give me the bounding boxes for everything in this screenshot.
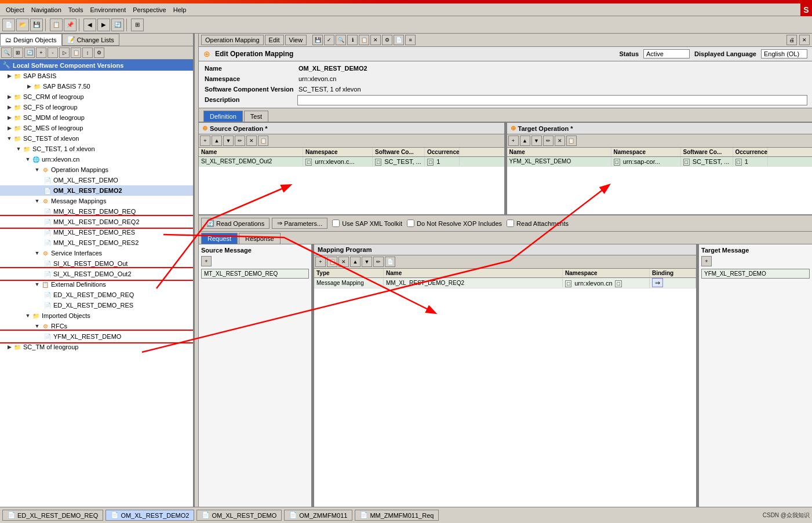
left-toolbar-search[interactable]: 🔍 [1,47,12,58]
expand-sap-basis[interactable]: ▶ [6,72,13,79]
tree-sc-fs[interactable]: ▶ 📁 SC_FS of leogroup [0,102,193,112]
toolbar-new[interactable]: 📄 [2,19,15,31]
right-tb-info[interactable]: ℹ [347,35,358,45]
right-tb-doc[interactable]: 📄 [394,35,404,45]
tree-sc-tm[interactable]: ▶ 📁 SC_TM of leogroup [0,342,193,352]
target-op-add[interactable]: + [508,136,519,146]
source-msg-entry[interactable]: MT_XL_REST_DEMO_REQ [201,269,309,279]
expand-sc-crm[interactable]: ▶ [6,93,13,100]
status-tab-om-zmm[interactable]: 📄 OM_ZMMFM011 [284,510,352,521]
read-ops-button[interactable]: 🔄 Read Operations [201,218,270,229]
status-tab-ed-req[interactable]: 📄 ED_XL_REST_DEMO_REQ [2,510,103,521]
expand-sc-test-1[interactable]: ▼ [15,145,22,152]
checkbox-read-att[interactable]: Read Attachments [507,220,569,227]
menu-environment[interactable]: Environment [86,5,129,14]
target-op-copy[interactable]: 📋 [566,136,577,146]
left-toolbar-refresh[interactable]: 🔄 [24,47,35,58]
cb-read-att-input[interactable] [507,220,514,227]
mp-tb6[interactable]: ✏ [373,257,384,267]
right-tb-activate[interactable]: ✓ [324,35,334,45]
tree-imported[interactable]: ▼ 📁 Imported Objects [0,310,193,321]
left-toolbar-copy[interactable]: 📋 [71,47,81,58]
expand-msg-mappings[interactable]: ▼ [34,198,41,204]
toolbar-copy[interactable]: 📋 [50,19,63,31]
mp-tb2[interactable]: 📋 [327,257,337,267]
tree-urn-xlevon[interactable]: ▼ 🌐 urn:xlevon.cn [0,154,193,164]
checkbox-sap-xml[interactable]: Use SAP XML Toolkit [332,220,402,227]
right-menu-op-mapping[interactable]: Operation Mapping [201,35,264,45]
right-tb-close[interactable]: ✕ [799,35,810,45]
tree-ext-defs[interactable]: ▼ 📋 External Definitions [0,279,193,290]
source-op-down[interactable]: ▼ [223,136,234,146]
expand-sc-mes[interactable]: ▶ [6,125,13,131]
menu-perspective[interactable]: Perspective [129,5,169,14]
mp-tb1[interactable]: + [315,257,326,267]
tree-om-demo2[interactable]: 📄 OM_XL_REST_DEMO2 [0,185,193,196]
tgt-row-1[interactable]: YFM_XL_REST_DEMO □ urn:sap-cor... □ SC_T… [507,157,813,167]
tree-mm-req[interactable]: 📄 MM_XL_REST_DEMO_REQ [0,206,193,217]
right-tb-save[interactable]: 💾 [312,35,323,45]
mp-tb5[interactable]: ▼ [362,257,372,267]
left-toolbar-collapse[interactable]: - [48,47,58,58]
left-toolbar-move[interactable]: ↕ [82,47,93,58]
tree-si-out2[interactable]: 📄 SI_XL_REST_DEMO_Out2 [0,269,193,279]
right-menu-edit[interactable]: Edit [265,35,284,45]
tree-sc-test[interactable]: ▼ 📁 SC_TEST of xlevon [0,133,193,144]
tree-svc-interfaces[interactable]: ▼ ⚙ Service Interfaces [0,248,193,258]
right-tb-copy2[interactable]: 📋 [359,35,369,45]
tree-sc-test-1[interactable]: ▼ 📁 SC_TEST, 1 of xlevon [0,144,193,154]
status-tab-mm-zmm[interactable]: 📄 MM_ZMMFM011_Req [355,510,439,521]
tree-rfcs[interactable]: ▼ ⚙ RFCs [0,321,193,331]
right-tb-delete[interactable]: ✕ [370,35,381,45]
source-op-up[interactable]: ▲ [212,136,222,146]
toolbar-open[interactable]: 📂 [16,19,29,31]
menu-help[interactable]: Help [170,5,190,14]
cb-no-resolve-input[interactable] [407,220,414,227]
expand-rfcs[interactable]: ▼ [34,323,41,330]
tab-design-objects[interactable]: 🗂 Design Objects [0,34,62,46]
right-tb-check[interactable]: 🔍 [336,35,346,45]
expand-sc-tm[interactable]: ▶ [6,343,13,350]
tree-mm-res2[interactable]: 📄 MM_XL_REST_DEMO_RES2 [0,237,193,248]
mp-tb4[interactable]: ▲ [350,257,361,267]
tgt-msg-tb1[interactable]: + [701,256,712,266]
expand-sc-test[interactable]: ▼ [6,135,13,142]
right-tb-print[interactable]: 🖨 [786,35,797,45]
tree-yfm[interactable]: 📄 YFM_XL_REST_DEMO [0,331,193,342]
source-op-edit[interactable]: ✏ [235,136,245,146]
status-tab-om-demo2[interactable]: 📄 OM_XL_REST_DEMO2 [105,510,194,521]
toolbar-back[interactable]: ◀ [83,19,96,31]
tree-ed-req[interactable]: 📄 ED_XL_REST_DEMO_REQ [0,290,193,300]
tree-mm-res[interactable]: 📄 MM_XL_REST_DEMO_RES [0,227,193,237]
menu-navigation[interactable]: Navigation [28,5,65,14]
right-tb-settings2[interactable]: ⚙ [382,35,392,45]
main-splitter[interactable] [194,34,199,507]
tab-change-lists[interactable]: 📝 Change Lists [62,34,119,46]
toolbar-paste[interactable]: 📌 [64,19,77,31]
right-menu-view[interactable]: View [285,35,307,45]
source-op-copy[interactable]: 📋 [258,136,268,146]
tree-root[interactable]: 🔧 Local Software Component Versions [0,60,193,71]
expand-sap-basis-750[interactable]: ▶ [26,83,32,90]
menu-tools[interactable]: Tools [65,5,87,14]
tree-sc-mes[interactable]: ▶ 📁 SC_MES of leogroup [0,123,193,133]
tree-om-demo[interactable]: 📄 OM_XL_REST_DEMO [0,175,193,185]
mp-row-1[interactable]: Message Mapping MM_XL_REST_DEMO_REQ2 □ u… [314,278,696,288]
mp-tb3[interactable]: ✕ [338,257,349,267]
target-op-del[interactable]: ✕ [555,136,565,146]
tab-test[interactable]: Test [244,111,268,122]
target-op-down[interactable]: ▼ [531,136,542,146]
tree-msg-mappings[interactable]: ▼ ⚙ Message Mappings [0,196,193,206]
source-op-del[interactable]: ✕ [246,136,257,146]
tree-si-out[interactable]: 📄 SI_XL_REST_DEMO_Out [0,258,193,269]
right-tb-more2[interactable]: ≡ [405,35,416,45]
expand-svc-interfaces[interactable]: ▼ [34,250,41,257]
expand-sc-fs[interactable]: ▶ [6,104,13,111]
lower-tab-response[interactable]: Response [239,233,281,244]
left-toolbar-settings[interactable]: ⚙ [94,47,104,58]
mp-tb7[interactable]: 📄 [385,257,395,267]
tree-op-mappings[interactable]: ▼ ⚙ Operation Mappings [0,164,193,175]
field-desc-input[interactable] [297,95,807,105]
tab-definition[interactable]: Definition [203,111,243,122]
menu-object[interactable]: Object [2,5,28,14]
